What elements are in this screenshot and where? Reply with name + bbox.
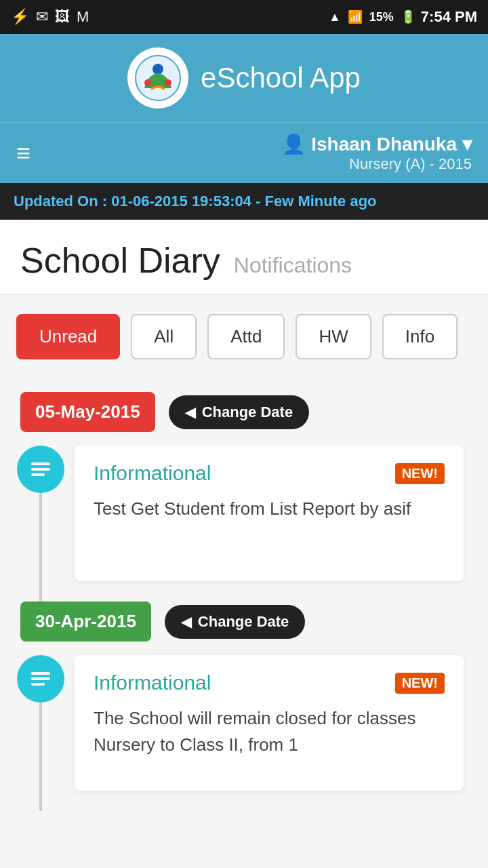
update-datetime: 01-06-2015 19:53:04 bbox=[111, 193, 251, 210]
card-type-1: Informational bbox=[94, 462, 211, 485]
timeline-left-1 bbox=[14, 446, 68, 601]
nav-bar: ≡ 👤 Ishaan Dhanuka ▾ Nursery (A) - 2015 bbox=[0, 122, 488, 183]
status-right-icons: ▲ 📶 15% 🔋 7:54 PM bbox=[329, 8, 477, 26]
user-class: Nursery (A) - 2015 bbox=[282, 155, 472, 173]
timeline-line-1 bbox=[39, 493, 42, 601]
app-header: eSchool App bbox=[0, 34, 488, 122]
user-info[interactable]: 👤 Ishaan Dhanuka ▾ Nursery (A) - 2015 bbox=[282, 133, 472, 173]
card-header-1: Informational NEW! bbox=[94, 462, 445, 485]
user-name: 👤 Ishaan Dhanuka ▾ bbox=[282, 133, 472, 155]
page-title: School Diary bbox=[20, 240, 220, 281]
card-type-2: Informational bbox=[94, 671, 211, 694]
update-banner: Updated On : 01-06-2015 19:53:04 - Few M… bbox=[0, 183, 488, 220]
timeline-row-1: Informational NEW! Test Get Student from… bbox=[14, 446, 474, 601]
user-icon: 👤 bbox=[282, 133, 306, 155]
battery-icon: 🔋 bbox=[401, 9, 415, 24]
timeline-row-2: Informational NEW! The School will remai… bbox=[14, 655, 474, 811]
app-title: eSchool App bbox=[201, 62, 361, 94]
filter-tabs: Unread All Attd HW Info bbox=[0, 295, 488, 378]
signal-icon: 📶 bbox=[348, 9, 363, 24]
svg-rect-6 bbox=[31, 473, 45, 476]
tab-all[interactable]: All bbox=[131, 314, 197, 359]
tab-unread[interactable]: Unread bbox=[16, 314, 120, 359]
card-header-2: Informational NEW! bbox=[94, 671, 445, 694]
svg-rect-5 bbox=[31, 468, 50, 471]
new-badge-1: NEW! bbox=[395, 463, 445, 484]
date-badge-2: 30-Apr-2015 bbox=[20, 601, 151, 642]
status-left-icons: ⚡ ✉ 🖼 M bbox=[11, 8, 89, 26]
page-header: School Diary Notifications bbox=[0, 220, 488, 295]
tab-info[interactable]: Info bbox=[382, 314, 458, 359]
app-logo bbox=[127, 47, 188, 108]
change-date-button-2[interactable]: Change Date bbox=[165, 605, 305, 639]
page-subtitle: Notifications bbox=[234, 253, 352, 278]
timeline-left-2 bbox=[14, 655, 68, 811]
timeline-icon-1 bbox=[17, 446, 64, 493]
status-time: 7:54 PM bbox=[421, 8, 477, 26]
hamburger-menu[interactable]: ≡ bbox=[16, 139, 30, 167]
diary-card-1: Informational NEW! Test Get Student from… bbox=[75, 446, 464, 581]
svg-point-2 bbox=[144, 79, 151, 86]
status-bar: ⚡ ✉ 🖼 M ▲ 📶 15% 🔋 7:54 PM bbox=[0, 0, 488, 34]
update-label: Updated On : bbox=[14, 193, 107, 210]
svg-rect-9 bbox=[31, 683, 45, 686]
battery-level: 15% bbox=[369, 10, 394, 24]
change-date-button-1[interactable]: Change Date bbox=[169, 395, 309, 429]
tab-attd[interactable]: Attd bbox=[207, 314, 285, 359]
update-ago: - Few Minute ago bbox=[256, 193, 376, 210]
svg-rect-7 bbox=[31, 672, 50, 675]
date-row-2: 30-Apr-2015 Change Date bbox=[14, 601, 474, 642]
timeline-line-2 bbox=[39, 703, 42, 811]
gmail-icon: M bbox=[77, 8, 89, 26]
dropdown-icon: ▾ bbox=[462, 133, 472, 155]
card-content-2: The School will remain closed for classe… bbox=[94, 705, 445, 758]
usb-icon: ⚡ bbox=[11, 8, 29, 26]
mail-icon: ✉ bbox=[36, 8, 48, 26]
card-content-1: Test Get Student from List Report by asi… bbox=[94, 496, 445, 522]
diary-card-2: Informational NEW! The School will remai… bbox=[75, 655, 464, 791]
timeline-icon-2 bbox=[17, 655, 64, 703]
svg-point-3 bbox=[165, 79, 171, 86]
svg-rect-4 bbox=[31, 462, 50, 465]
date-badge-1: 05-May-2015 bbox=[20, 392, 155, 432]
tab-hw[interactable]: HW bbox=[296, 314, 371, 359]
wifi-icon: ▲ bbox=[329, 10, 341, 24]
svg-point-1 bbox=[152, 64, 163, 75]
timeline: 05-May-2015 Change Date Informational NE… bbox=[0, 378, 488, 811]
new-badge-2: NEW! bbox=[395, 673, 445, 694]
date-row-1: 05-May-2015 Change Date bbox=[14, 392, 474, 432]
svg-rect-8 bbox=[31, 677, 50, 680]
image-icon: 🖼 bbox=[55, 8, 70, 26]
